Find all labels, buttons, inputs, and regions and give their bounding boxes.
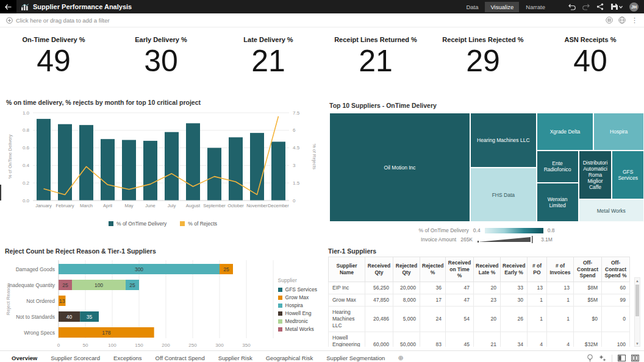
bar-may[interactable] bbox=[122, 140, 136, 201]
suppliers-table[interactable]: Supplier NameReceived QtyRejected QtyRej… bbox=[328, 257, 630, 347]
layout-split-panel-icon[interactable] bbox=[631, 355, 639, 361]
treemap-tile-hearing-machines-llc[interactable]: Hearing Machines LLC bbox=[470, 113, 536, 168]
layout-single-panel-icon[interactable] bbox=[618, 355, 626, 361]
cell-value: 26 bbox=[501, 306, 528, 332]
category-label: Inadequate Quantity bbox=[8, 282, 55, 288]
column-header[interactable]: Received Early % bbox=[501, 257, 528, 282]
table-row[interactable]: Hearing Machines LLC20,4865,000245420261… bbox=[329, 306, 630, 332]
sheet-tab-geographical-risk[interactable]: Geographical Risk bbox=[259, 351, 320, 362]
treemap-tile-distributori-automatici-roma-miglior-caffe[interactable]: Distributori Automatici Roma Miglior Caf… bbox=[579, 151, 612, 200]
bar-january[interactable] bbox=[37, 119, 51, 201]
treemap-tile-fhs-data[interactable]: FHS Data bbox=[470, 168, 536, 222]
treemap-tile-gfs-services[interactable]: GFS Services bbox=[612, 151, 644, 200]
kpi-tile-0[interactable]: On-Time Delivery %49 bbox=[0, 32, 107, 96]
supplier-legend-item-gfs-services[interactable]: GFS Services bbox=[278, 286, 317, 293]
kpi-tile-2[interactable]: Late Delivery %21 bbox=[215, 32, 322, 96]
supplier-legend-item-grow-max[interactable]: Grow Max bbox=[278, 294, 317, 300]
column-header[interactable]: Off-Contract Spend % bbox=[602, 257, 630, 282]
treemap-size-legend: Invoice Amount 265K 3.1M bbox=[421, 236, 553, 243]
x-tick-april: April bbox=[103, 203, 112, 208]
sheet-tab-supplier-scorecard[interactable]: Supplier Scorecard bbox=[44, 351, 107, 362]
supplier-legend-item-medtronic[interactable]: Medtronic bbox=[278, 318, 317, 324]
sheet-tab-overview[interactable]: Overview bbox=[5, 351, 44, 362]
sheet-tabbar: OverviewSupplier ScorecardExceptionsOff … bbox=[0, 350, 644, 362]
supplier-swatch bbox=[278, 303, 282, 308]
sheet-tab-off-contract-spend[interactable]: Off Contract Spend bbox=[149, 351, 212, 362]
undo-icon[interactable] bbox=[568, 4, 576, 10]
column-header[interactable]: Received Qty bbox=[365, 257, 393, 282]
mode-tab-visualize[interactable]: Visualize bbox=[485, 2, 519, 12]
combo-chart[interactable]: 0.000.21.50.430.64.50.861.07.5JanuaryFeb… bbox=[6, 108, 320, 219]
legend-item-ontime[interactable]: % of OnTime Delivery bbox=[109, 221, 166, 227]
kpi-value: 21 bbox=[322, 44, 429, 78]
combo-chart-svg: 0.000.21.50.430.64.50.861.07.5JanuaryFeb… bbox=[6, 108, 316, 216]
bar-april[interactable] bbox=[101, 139, 115, 201]
bar-july[interactable] bbox=[165, 132, 179, 201]
bar-june[interactable] bbox=[143, 141, 157, 201]
avatar[interactable]: JH bbox=[629, 2, 639, 12]
bar-august[interactable] bbox=[186, 123, 200, 201]
size-legend-max: 3.1M bbox=[541, 236, 553, 243]
save-icon[interactable] bbox=[610, 3, 623, 10]
supplier-legend-item-hospira[interactable]: Hospira bbox=[278, 302, 317, 308]
column-header[interactable]: Rejected Qty bbox=[393, 257, 420, 282]
segment-value-label: 25 bbox=[62, 282, 68, 288]
add-filter-button[interactable]: Click here or drag data to add a filter bbox=[6, 17, 110, 24]
cell-supplier-name: EIP Inc bbox=[329, 282, 365, 294]
treemap-tile-wenxian-limited[interactable]: Wenxian Limited bbox=[537, 183, 579, 222]
column-header[interactable]: Received on Time % bbox=[446, 257, 474, 282]
sheet-tab-supplier-segmentation[interactable]: Supplier Segmentation bbox=[320, 351, 392, 362]
grid-settings-icon[interactable] bbox=[606, 16, 613, 24]
column-header[interactable]: # of Invoices bbox=[547, 257, 574, 282]
table-row[interactable]: Howell Engineering Inc.60,00050,00083452… bbox=[329, 332, 630, 347]
redo-icon[interactable] bbox=[582, 4, 590, 10]
treemap-tile-hospira[interactable]: Hospira bbox=[593, 113, 644, 151]
segment-value-label: 25 bbox=[129, 282, 135, 288]
kebab-menu-icon[interactable]: ⋮ bbox=[631, 16, 638, 24]
kpi-tile-4[interactable]: Receipt Lines Rejected %29 bbox=[429, 32, 537, 96]
column-header[interactable]: Received Late % bbox=[474, 257, 501, 282]
bar-october[interactable] bbox=[229, 137, 243, 201]
scrollbar-thumb[interactable] bbox=[635, 285, 639, 316]
sheet-tab-exceptions[interactable]: Exceptions bbox=[107, 351, 148, 362]
insight-bulb-icon[interactable] bbox=[587, 354, 593, 362]
table-row[interactable]: EIP Inc56,25020,000364720331313$8M60 bbox=[329, 282, 630, 294]
legend-item-rejects[interactable]: % of Rejects bbox=[180, 221, 217, 227]
globe-icon[interactable] bbox=[618, 16, 626, 24]
table-row[interactable]: Grow Max47,8508,0001747233011$5M99 bbox=[329, 294, 630, 306]
bar-february[interactable] bbox=[58, 124, 72, 201]
column-header[interactable]: Supplier Name bbox=[329, 257, 365, 282]
treemap-chart: Oil Motion IncHearing Machines LLCFHS Da… bbox=[329, 113, 644, 222]
supplier-legend-item-howell-eng[interactable]: Howell Eng bbox=[278, 310, 317, 316]
share-icon[interactable] bbox=[596, 3, 604, 10]
column-header[interactable]: Rejected % bbox=[420, 257, 446, 282]
bar-september[interactable] bbox=[207, 148, 221, 201]
bar-march[interactable] bbox=[79, 125, 93, 201]
color-legend-gradient[interactable] bbox=[485, 228, 543, 233]
back-button[interactable] bbox=[0, 0, 16, 13]
mode-tab-data[interactable]: Data bbox=[460, 2, 484, 12]
bar-november[interactable] bbox=[250, 133, 264, 201]
supplier-legend-item-metal-works[interactable]: Metal Works bbox=[278, 326, 317, 332]
treemap-tile-metal-works[interactable]: Metal Works bbox=[579, 199, 644, 222]
bar-december[interactable] bbox=[271, 142, 285, 201]
auto-insights-sparkle-icon[interactable] bbox=[599, 355, 606, 362]
x-tick-july: July bbox=[168, 203, 176, 208]
reject-stacked-bar-chart[interactable]: 050100150200250300350Damaged Goods30025I… bbox=[5, 257, 318, 352]
column-header[interactable]: # of PO bbox=[528, 257, 547, 282]
mode-tab-narrate[interactable]: Narrate bbox=[520, 2, 551, 12]
table-scrollbar[interactable]: ▲ ▼ bbox=[634, 277, 640, 347]
kpi-tile-1[interactable]: Early Delivery %30 bbox=[107, 32, 215, 96]
sheet-tab-supplier-risk[interactable]: Supplier Risk bbox=[212, 351, 259, 362]
treemap-tile-xgrade-delta[interactable]: Xgrade Delta bbox=[537, 113, 594, 151]
scroll-down-icon[interactable]: ▼ bbox=[635, 341, 640, 346]
kpi-tile-5[interactable]: ASN Receipts %40 bbox=[537, 32, 644, 96]
column-header[interactable]: Off-Contract Spend bbox=[574, 257, 602, 282]
scroll-up-icon[interactable]: ▲ bbox=[635, 278, 640, 283]
treemap-tile-ente-radiofonico[interactable]: Ente Radiofonico bbox=[537, 151, 579, 183]
x-tick-march: March bbox=[80, 203, 93, 208]
kpi-tile-3[interactable]: Receipt Lines Returned %21 bbox=[322, 32, 429, 96]
treemap-tile-oil-motion-inc[interactable]: Oil Motion Inc bbox=[329, 113, 470, 222]
supplier-label: Metal Works bbox=[285, 326, 314, 332]
add-sheet-button[interactable]: ⊕ bbox=[394, 353, 407, 362]
